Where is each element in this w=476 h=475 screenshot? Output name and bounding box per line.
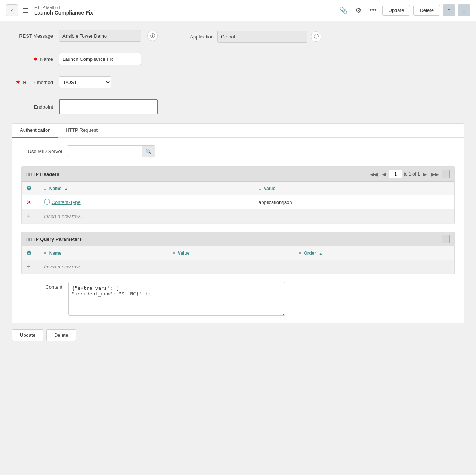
arrow-down-icon: ↓ — [463, 6, 466, 14]
info-icon: ⓘ — [150, 32, 155, 39]
application-field: Application ⓘ — [173, 30, 321, 43]
name-row: ✱ Name — [12, 53, 158, 65]
insert-param-row[interactable]: + Insert a new row... — [22, 260, 454, 274]
update-header-button[interactable]: Update — [382, 5, 411, 16]
row-info-icon[interactable]: ⓘ — [44, 199, 50, 205]
menu-icon[interactable]: ☰ — [22, 6, 28, 15]
params-name-col: ≡ Name — [40, 246, 168, 260]
delete-cell: ✕ — [22, 195, 40, 209]
more-button[interactable]: ••• — [367, 4, 379, 16]
value-text: application/json — [259, 199, 292, 205]
name-input[interactable] — [59, 53, 141, 65]
header-titles: HTTP Method Launch Compliance Fix — [34, 5, 333, 16]
bottom-actions: Update Delete — [12, 323, 464, 347]
http-query-params-title: HTTP Query Parameters — [26, 236, 442, 242]
top-form-section: REST Message ⓘ ✱ Name ✱ HTTP method — [12, 30, 464, 120]
attach-button[interactable]: 📎 — [337, 4, 349, 16]
update-bottom-button[interactable]: Update — [12, 329, 43, 341]
page-input[interactable] — [389, 170, 402, 178]
add-param-icon-cell: + — [22, 260, 40, 274]
sort-icon: ▲ — [64, 187, 68, 191]
settings-icon: ⚙ — [355, 6, 361, 15]
delete-bottom-button[interactable]: Delete — [46, 329, 76, 341]
http-headers-title: HTTP Headers — [26, 171, 369, 177]
http-query-params-header: HTTP Query Parameters − — [22, 232, 454, 246]
value-cell: application/json — [254, 195, 454, 209]
header-subtitle: HTTP Method — [34, 5, 333, 10]
name-col-header: ≡ Name ▲ — [40, 182, 254, 195]
insert-param-label[interactable]: Insert a new row... — [40, 260, 454, 274]
rest-message-row: REST Message ⓘ — [12, 30, 158, 42]
attach-icon: 📎 — [339, 6, 347, 15]
content-textarea[interactable]: {"extra_vars": { "incident_num": "${INC}… — [68, 282, 285, 316]
pagination-controls: ◀◀ ◀ to 1 of 1 ▶ ▶▶ − — [369, 170, 450, 178]
http-headers-section: HTTP Headers ◀◀ ◀ to 1 of 1 ▶ ▶▶ − — [21, 166, 455, 224]
gear-col-header: ⚙ — [22, 182, 40, 195]
more-icon: ••• — [370, 6, 377, 14]
first-page-button[interactable]: ◀◀ — [369, 171, 379, 178]
app-info-icon: ⓘ — [314, 33, 319, 40]
main-content: REST Message ⓘ ✱ Name ✱ HTTP method — [0, 21, 476, 475]
back-icon: ‹ — [11, 7, 13, 14]
content-type-link[interactable]: Content-Type — [52, 199, 81, 205]
endpoint-input[interactable] — [59, 99, 158, 114]
delete-row-icon[interactable]: ✕ — [26, 199, 31, 205]
next-page-button[interactable]: ▶ — [421, 171, 428, 178]
last-page-button[interactable]: ▶▶ — [430, 171, 440, 178]
required-star: ✱ — [33, 56, 37, 62]
header-title: Launch Compliance Fix — [34, 10, 333, 16]
tab-content: Use MID Server 🔍 HTTP Headers ◀◀ ◀ — [12, 138, 464, 323]
collapse-headers-button[interactable]: − — [442, 170, 450, 178]
table-row: ✕ ⓘ Content-Type application/json — [22, 195, 454, 209]
rest-message-label: REST Message — [12, 33, 53, 39]
mid-input-wrapper: 🔍 — [67, 145, 155, 157]
application-info-button[interactable]: ⓘ — [311, 31, 321, 42]
tab-http-request[interactable]: HTTP Request — [58, 124, 105, 138]
http-method-select[interactable]: POST GET PUT PATCH DELETE — [59, 76, 111, 88]
rest-message-input[interactable] — [59, 30, 141, 42]
params-order-col: ≡ Order ▲ — [294, 246, 454, 260]
arrow-down-button[interactable]: ↓ — [458, 4, 470, 16]
insert-label[interactable]: Insert a new row... — [40, 209, 454, 224]
name-label: ✱ Name — [12, 56, 53, 62]
table-header-row: ⚙ ≡ Name ▲ ≡ Value — [22, 182, 454, 195]
tabs-header: Authentication HTTP Request — [12, 124, 464, 138]
tab-authentication[interactable]: Authentication — [12, 124, 58, 138]
value-col-header: ≡ Value — [254, 182, 454, 195]
params-value-col: ≡ Value — [168, 246, 294, 260]
gear-settings-icon[interactable]: ⚙ — [26, 185, 31, 192]
insert-header-row[interactable]: + Insert a new row... — [22, 209, 454, 224]
page-of: to 1 of 1 — [404, 171, 420, 177]
collapse-params-button[interactable]: − — [442, 235, 450, 243]
http-method-row: ✱ HTTP method POST GET PUT PATCH DELETE — [12, 76, 158, 88]
content-label: Content — [21, 282, 62, 290]
prev-page-button[interactable]: ◀ — [381, 171, 387, 178]
application-label: Application — [173, 34, 214, 40]
settings-button[interactable]: ⚙ — [352, 4, 364, 16]
rest-message-info-button[interactable]: ⓘ — [147, 31, 158, 41]
arrow-up-icon: ↑ — [448, 6, 451, 14]
mid-server-label: Use MID Server — [21, 149, 62, 154]
arrow-up-button[interactable]: ↑ — [443, 4, 455, 16]
params-header-row: ⚙ ≡ Name ≡ Value ≡ — [22, 246, 454, 260]
back-button[interactable]: ‹ — [6, 4, 18, 16]
left-fields: REST Message ⓘ ✱ Name ✱ HTTP method — [12, 30, 158, 120]
http-headers-header: HTTP Headers ◀◀ ◀ to 1 of 1 ▶ ▶▶ − — [22, 167, 454, 182]
add-row-icon[interactable]: + — [26, 212, 30, 220]
header: ‹ ☰ HTTP Method Launch Compliance Fix 📎 … — [0, 0, 476, 21]
delete-header-button[interactable]: Delete — [413, 5, 440, 16]
add-param-icon[interactable]: + — [26, 263, 30, 270]
mid-search-button[interactable]: 🔍 — [142, 146, 155, 157]
http-query-params-section: HTTP Query Parameters − ⚙ ≡ Name — [21, 232, 455, 274]
add-icon-cell: + — [22, 209, 40, 224]
tabs-section: Authentication HTTP Request Use MID Serv… — [12, 123, 464, 323]
http-query-params-table: ⚙ ≡ Name ≡ Value ≡ — [22, 246, 454, 274]
http-headers-table: ⚙ ≡ Name ▲ ≡ Value — [22, 182, 454, 224]
endpoint-label: Endpoint — [12, 104, 53, 110]
params-gear-icon[interactable]: ⚙ — [26, 250, 31, 256]
endpoint-row: Endpoint — [12, 99, 158, 114]
mid-server-row: Use MID Server 🔍 — [21, 145, 455, 157]
mid-server-input[interactable] — [67, 146, 142, 157]
application-input[interactable] — [217, 31, 307, 43]
http-method-label: ✱ HTTP method — [12, 80, 53, 85]
